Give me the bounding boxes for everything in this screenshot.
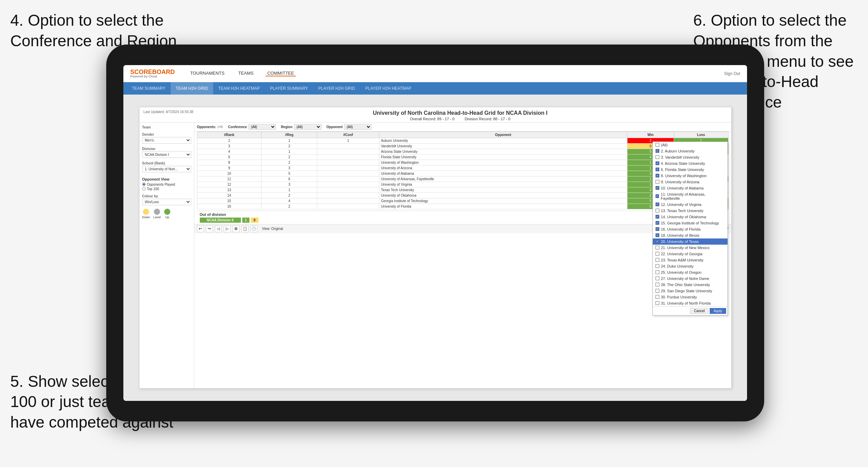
table-row[interactable]: 8 2 University of Washington 1 0 [197, 160, 728, 165]
apply-button[interactable]: Apply [710, 308, 726, 314]
table-row[interactable]: 16 2 University of Florida 5 1 [197, 204, 728, 209]
dropdown-checkbox[interactable]: ✓ [656, 168, 659, 171]
tab-team-h2h-grid[interactable]: TEAM H2H GRID [171, 82, 213, 95]
table-row[interactable]: 9 3 University of Arizona 1 0 [197, 165, 728, 171]
dropdown-checkbox[interactable] [656, 155, 659, 159]
dropdown-checkbox[interactable] [656, 289, 659, 293]
clock-btn[interactable]: 🕐 [250, 225, 257, 232]
dropdown-checkbox[interactable]: ✓ [656, 202, 659, 206]
school-select[interactable]: 1. University of Nort... [142, 166, 191, 172]
copy-btn[interactable]: ⊞ [233, 225, 240, 232]
table-row[interactable]: 3 2 Vanderbilt University 0 4 [197, 143, 728, 149]
dropdown-item[interactable]: ✓20. University of Texas [653, 238, 728, 245]
dropdown-item[interactable]: ✓16. University of Florida [653, 226, 728, 232]
table-row[interactable]: 10 5 University of Alabama 3 0 [197, 171, 728, 176]
table-row[interactable]: 12 3 University of Virginia 1 0 [197, 182, 728, 187]
cancel-button[interactable]: Cancel [690, 308, 708, 314]
dropdown-checkbox[interactable] [656, 246, 659, 249]
dropdown-checkbox[interactable] [656, 264, 659, 268]
dropdown-checkbox[interactable] [656, 270, 659, 274]
conference-filter-label: Conference [228, 125, 247, 129]
opponent-dropdown[interactable]: (All)✓2. Auburn University3. Vanderbilt … [652, 142, 728, 316]
tab-team-summary[interactable]: TEAM SUMMARY [127, 82, 171, 95]
radio-opponents-played[interactable]: Opponents Played [142, 183, 191, 186]
dropdown-item[interactable]: 24. Duke University [653, 263, 728, 269]
dropdown-checkbox[interactable]: ✓ [656, 149, 659, 153]
dropdown-checkbox[interactable]: ✓ [656, 161, 659, 165]
dropdown-checkbox[interactable] [656, 209, 659, 212]
tab-player-summary[interactable]: PLAYER SUMMARY [265, 82, 313, 95]
table-row[interactable]: 13 1 Texas Tech University 3 0 [197, 187, 728, 193]
dropdown-item[interactable]: 28. The Ohio State University [653, 282, 728, 288]
dropdown-checkbox[interactable]: ✓ [656, 233, 659, 237]
dropdown-item[interactable]: ✓6. Florida State University [653, 167, 728, 173]
gender-select[interactable]: Men's [142, 137, 191, 144]
dropdown-checkbox[interactable] [656, 258, 659, 262]
dropdown-checkbox[interactable]: ✓ [656, 186, 659, 190]
dropdown-item[interactable]: ✓2. Auburn University [653, 148, 728, 154]
dropdown-checkbox[interactable]: ✓ [656, 174, 659, 177]
paste-btn[interactable]: 📋 [242, 225, 248, 232]
dropdown-item[interactable]: 30. Purdue University [653, 294, 728, 300]
dropdown-item[interactable]: ✓10. University of Alabama [653, 185, 728, 191]
dropdown-checkbox[interactable]: ✓ [656, 194, 659, 198]
dropdown-item[interactable]: ✓4. Arizona State University [653, 160, 728, 167]
tab-player-h2h-heatmap[interactable]: PLAYER H2H HEATMAP [360, 82, 416, 95]
dropdown-item[interactable]: 13. Texas Tech University [653, 208, 728, 214]
dropdown-checkbox[interactable]: ✓ [656, 239, 659, 243]
dropdown-item[interactable]: 3. Vanderbilt University [653, 154, 728, 160]
undo-btn[interactable]: ↩ [197, 225, 204, 232]
dropdown-item[interactable]: ✓12. University of Virginia [653, 201, 728, 208]
dropdown-checkbox[interactable] [656, 283, 659, 286]
opponent-filter-select[interactable]: (All) [344, 124, 371, 130]
nav-signout[interactable]: Sign Out [724, 71, 740, 76]
radio-top100[interactable]: Top 100 [142, 187, 191, 191]
dropdown-item-label: 30. Purdue University [661, 295, 697, 299]
dropdown-item[interactable]: 27. University of Notre Dame [653, 275, 728, 282]
colour-select[interactable]: Win/Loss [142, 199, 191, 205]
dropdown-checkbox[interactable]: ✓ [656, 221, 659, 225]
conference-filter-select[interactable]: (All) [248, 124, 276, 130]
dropdown-checkbox[interactable]: ✓ [656, 227, 659, 231]
cell-conf [317, 149, 379, 154]
back-btn[interactable]: ◁ [215, 225, 222, 232]
table-row[interactable]: 15 4 Georgia Institute of Technology 5 1 [197, 198, 728, 204]
dropdown-item[interactable]: ✓14. University of Oklahoma [653, 214, 728, 220]
redo-btn[interactable]: ↪ [206, 225, 213, 232]
dropdown-checkbox[interactable] [656, 180, 659, 184]
fwd-btn[interactable]: ▷ [224, 225, 231, 232]
dropdown-item[interactable]: 31. University of North Florida [653, 300, 728, 306]
dropdown-item[interactable]: ✓18. University of Illinois [653, 232, 728, 238]
dropdown-item[interactable]: 22. University of Georgia [653, 251, 728, 257]
dropdown-checkbox[interactable]: ✓ [656, 215, 659, 219]
nav-tournaments[interactable]: TOURNAMENTS [188, 71, 226, 76]
dropdown-checkbox[interactable] [656, 295, 659, 299]
dropdown-item[interactable]: (All) [653, 142, 728, 148]
dropdown-item[interactable]: 25. University of Oregon [653, 269, 728, 275]
dropdown-item[interactable]: 29. San Diego State University [653, 288, 728, 294]
nav-committee[interactable]: COMMITTEE [266, 71, 296, 76]
table-row[interactable]: 11 6 University of Arkansas, Fayettevill… [197, 176, 728, 182]
cell-opponent: Georgia Institute of Technology [379, 198, 627, 204]
table-row[interactable]: 2 1 1 Auburn University 2 1 [197, 138, 728, 143]
dropdown-checkbox[interactable] [656, 143, 659, 147]
dropdown-item-label: 8. University of Washington [661, 174, 707, 178]
table-row[interactable]: 6 2 Florida State University 4 2 [197, 154, 728, 160]
dropdown-item[interactable]: 21. University of New Mexico [653, 245, 728, 251]
dropdown-item[interactable]: 9. University of Arizona [653, 179, 728, 185]
dropdown-item[interactable]: ✓8. University of Washington [653, 173, 728, 179]
division-select[interactable]: NCAA Division I [142, 151, 191, 158]
tab-player-h2h-grid[interactable]: PLAYER H2H GRID [313, 82, 360, 95]
cell-rank: 14 [197, 193, 261, 198]
dropdown-checkbox[interactable] [656, 252, 659, 256]
nav-teams[interactable]: TEAMS [236, 71, 255, 76]
tab-team-h2h-heatmap[interactable]: TEAM H2H HEATMAP [213, 82, 265, 95]
dropdown-item[interactable]: ✓11. University of Arkansas, Fayettevill… [653, 191, 728, 201]
region-filter-select[interactable]: (All) [294, 124, 321, 130]
dropdown-checkbox[interactable] [656, 276, 659, 280]
dropdown-checkbox[interactable] [656, 301, 659, 305]
dropdown-item[interactable]: ✓15. Georgia Institute of Technology [653, 220, 728, 226]
table-row[interactable]: 14 2 University of Oklahoma 2 2 [197, 193, 728, 198]
table-row[interactable]: 4 1 Arizona State University 5 1 [197, 149, 728, 154]
dropdown-item[interactable]: 23. Texas A&M University [653, 257, 728, 263]
